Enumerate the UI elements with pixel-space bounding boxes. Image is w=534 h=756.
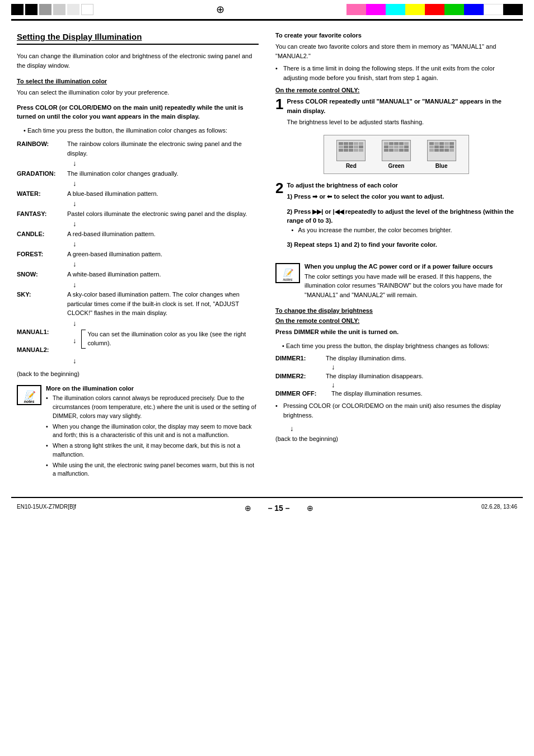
top-right-color-strip xyxy=(346,4,523,15)
arrow-manual1: ↓ xyxy=(17,336,77,345)
color-name-manual1: MANUAL1: xyxy=(17,328,67,335)
manual-names: MANUAL1: ↓ MANUAL2: xyxy=(17,328,77,354)
step1-sub: The brightness level to be adjusted star… xyxy=(287,118,517,127)
color-list: RAINBOW: The rainbow colors illuminate t… xyxy=(17,139,259,365)
blue-lcd xyxy=(427,140,456,161)
step2-intro: To adjust the brightness of each color xyxy=(287,181,517,190)
notes-right-label: notes xyxy=(283,278,292,281)
color-desc-forest: A green-based illumination pattern. xyxy=(67,250,259,259)
notes-box-right: 📝 notes When you unplug the AC power cor… xyxy=(275,263,517,300)
arrow-fantasy: ↓ xyxy=(17,219,259,228)
color-desc-sky: A sky-color based illumination pattern. … xyxy=(67,290,259,318)
arrow-dimmer1: ↓ xyxy=(275,363,517,372)
footer-left: EN10-15UX-Z7MDR[B]f xyxy=(17,504,76,513)
arrow-dimmer2: ↓ xyxy=(275,381,517,389)
select-color-intro: You can select the illumination color by… xyxy=(17,88,259,97)
manual-bracket xyxy=(81,330,86,349)
color-name-rainbow: RAINBOW: xyxy=(17,139,67,158)
dimmer-name-2: DIMMER2: xyxy=(275,373,326,379)
blue-display: Blue xyxy=(427,140,456,169)
step2-2-text: 2) Press ▶▶| or |◀◀ repeatedly to adjust… xyxy=(287,207,517,226)
red-display: Red xyxy=(336,140,366,169)
step2-number: 2 xyxy=(275,181,283,195)
color-item-fantasy: FANTASY: Pastel colors illuminate the el… xyxy=(17,209,259,219)
step2-2-bold: 2) Press ▶▶| or |◀◀ repeatedly to adjust… xyxy=(287,208,514,224)
bar-1 xyxy=(11,4,24,15)
step2-1-bold: 1) Press ➡ or ⬅ to select the color you … xyxy=(287,193,444,200)
on-remote-label: On the remote control ONLY: xyxy=(275,87,517,93)
color-desc-fantasy: Pastel colors illuminate the electronic … xyxy=(67,209,259,219)
color-item-forest: FOREST: A green-based illumination patte… xyxy=(17,250,259,259)
notes-right-content: When you unplug the AC power cord or if … xyxy=(305,263,517,300)
arrow-sky: ↓ xyxy=(17,319,259,328)
dimmer-list: DIMMER1: The display illumination dims. … xyxy=(275,355,517,397)
step2-1-text: 1) Press ➡ or ⬅ to select the color you … xyxy=(287,192,517,201)
color-name-snow: SNOW: xyxy=(17,270,67,279)
bar-2 xyxy=(25,4,38,15)
step2-block: 2 To adjust the brightness of each color… xyxy=(275,181,517,255)
fav-colors-heading: To create your favorite colors xyxy=(275,32,517,39)
bar-4 xyxy=(53,4,65,15)
notes-bullet-4: While using the unit, the electronic swi… xyxy=(46,461,259,479)
notes-image-icon: 📝 xyxy=(25,391,34,400)
red-label: Red xyxy=(346,163,357,169)
color-item-candle: CANDLE: A red-based illumination pattern… xyxy=(17,229,259,239)
blue-label: Blue xyxy=(435,163,448,169)
step1-block: 1 Press COLOR repeatedly until "MANUAL1"… xyxy=(275,97,517,127)
manual2-row: MANUAL2: xyxy=(17,346,77,353)
color-white xyxy=(484,4,503,15)
notes-text-label: notes xyxy=(24,400,35,403)
back-to-beginning-left: (back to the beginning) xyxy=(17,370,259,377)
color-name-forest: FOREST: xyxy=(17,250,67,259)
notes2-text: The color settings you have made will be… xyxy=(305,272,517,300)
green-label: Green xyxy=(388,163,405,169)
select-color-heading: To select the illumination color xyxy=(17,78,259,84)
page: ⊕ Setting the Display Illumination You c… xyxy=(0,0,534,756)
color-name-manual2: MANUAL2: xyxy=(17,346,67,353)
on-remote-label-2: On the remote control ONLY: xyxy=(275,317,517,324)
color-desc-rainbow: The rainbow colors illuminate the electr… xyxy=(67,139,259,158)
color-name-water: WATER: xyxy=(17,189,67,199)
footer-crosshair-right: ⊕ xyxy=(307,504,313,513)
step2-item-2: 2) Press ▶▶| or |◀◀ repeatedly to adjust… xyxy=(287,207,517,235)
footer: EN10-15UX-Z7MDR[B]f ⊕ – 15 – ⊕ 02.6.28, … xyxy=(0,501,534,515)
color-item-gradation: GRADATION: The illumination color change… xyxy=(17,169,259,179)
color-name-gradation: GRADATION: xyxy=(17,169,67,179)
main-content: Setting the Display Illumination You can… xyxy=(0,21,534,491)
step2-2-bullet: As you increase the number, the color be… xyxy=(287,226,517,235)
arrow-dimmer-end: ↓ xyxy=(275,424,517,433)
green-display: Green xyxy=(382,140,411,169)
notes-box-left: 📝 notes More on the illumination color T… xyxy=(17,385,259,480)
color-blue xyxy=(464,4,484,15)
green-lcd xyxy=(382,140,411,161)
dimmer-desc-1: The display illumination dims. xyxy=(326,355,517,361)
arrow-water: ↓ xyxy=(17,199,259,208)
notes-icon-right: 📝 notes xyxy=(275,263,300,283)
footer-right: 02.6.28, 13:46 xyxy=(481,504,517,513)
notes-content-left: More on the illumination color The illum… xyxy=(46,385,259,480)
dimmer-item-2: DIMMER2: The display illumination disapp… xyxy=(275,373,517,379)
color-item-snow: SNOW: A white-based illumination pattern… xyxy=(17,270,259,279)
page-title: Setting the Display Illumination xyxy=(17,32,259,45)
color-item-water: WATER: A blue-based illumination pattern… xyxy=(17,189,259,199)
arrow-candle: ↓ xyxy=(17,240,259,248)
dimmer-heading: To change the display brightness xyxy=(275,307,517,314)
step1-content: Press COLOR repeatedly until "MANUAL1" o… xyxy=(287,97,517,127)
arrow-snow: ↓ xyxy=(17,280,259,289)
left-intro: You can change the illumination color an… xyxy=(17,51,259,70)
color-cyan xyxy=(386,4,405,15)
step1-bold: Press COLOR repeatedly until "MANUAL1" o… xyxy=(287,97,517,115)
fav-bullet: There is a time limit in doing the follo… xyxy=(275,64,517,82)
center-crosshair: ⊕ xyxy=(216,3,224,16)
arrow-rainbow: ↓ xyxy=(17,159,259,168)
notes2-bold: When you unplug the AC power cord or if … xyxy=(305,263,517,270)
manual-group: MANUAL1: ↓ MANUAL2: You can set the illu… xyxy=(17,328,259,354)
bottom-rule xyxy=(11,497,523,498)
bar-6 xyxy=(81,4,93,15)
step2-content: To adjust the brightness of each color 1… xyxy=(287,181,517,255)
step1-number: 1 xyxy=(275,97,283,111)
color-green xyxy=(444,4,464,15)
color-red xyxy=(425,4,444,15)
red-lcd xyxy=(336,140,366,161)
right-column: To create your favorite colors You can c… xyxy=(275,32,517,486)
